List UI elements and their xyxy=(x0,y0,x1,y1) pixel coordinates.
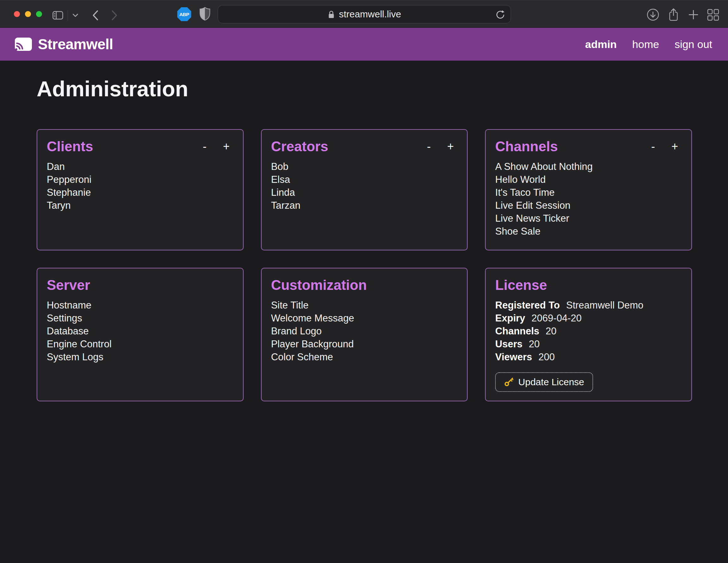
list-item[interactable]: A Show About Nothing xyxy=(495,160,682,173)
key-icon xyxy=(504,377,514,387)
clients-card-title: Clients xyxy=(47,139,202,154)
list-item[interactable]: Stephanie xyxy=(47,186,234,199)
list-item[interactable]: Pepperoni xyxy=(47,173,234,186)
app-header: Streamwell admin home sign out xyxy=(0,28,728,61)
clients-add-button[interactable]: + xyxy=(222,140,231,154)
channels-add-button[interactable]: + xyxy=(670,140,679,154)
update-license-button[interactable]: Update License xyxy=(495,372,593,392)
list-item[interactable]: Shoe Sale xyxy=(495,225,682,238)
license-field-value: 200 xyxy=(538,351,555,362)
new-tab-icon[interactable] xyxy=(688,9,699,21)
list-item[interactable]: Live News Ticker xyxy=(495,212,682,225)
list-item[interactable]: Database xyxy=(47,324,234,337)
window-controls xyxy=(14,11,42,17)
list-item[interactable]: Taryn xyxy=(47,199,234,212)
nav-link-home[interactable]: home xyxy=(632,38,659,51)
list-item[interactable]: It's Taco Time xyxy=(495,186,682,199)
minimize-window-button[interactable] xyxy=(25,11,31,17)
license-users-row: Users20 xyxy=(495,337,682,350)
browser-toolbar: ABP streamwell.live xyxy=(0,0,728,28)
license-field-label: Channels xyxy=(495,325,539,336)
list-item[interactable]: System Logs xyxy=(47,350,234,363)
nav-link-admin[interactable]: admin xyxy=(585,38,617,51)
license-card-title: License xyxy=(495,277,682,293)
page-title: Administration xyxy=(37,61,728,101)
url-text: streamwell.live xyxy=(339,9,401,20)
address-bar[interactable]: streamwell.live xyxy=(218,5,511,23)
share-icon[interactable] xyxy=(667,8,680,22)
lock-icon[interactable] xyxy=(328,10,335,19)
list-item[interactable]: Dan xyxy=(47,160,234,173)
cast-icon xyxy=(15,37,32,51)
license-channels-row: Channels20 xyxy=(495,324,682,337)
sidebar-chevron-down-icon[interactable] xyxy=(72,13,78,17)
nav-link-sign-out[interactable]: sign out xyxy=(675,38,712,51)
main-content: Administration Clients - + Dan Pepperoni… xyxy=(0,61,728,563)
license-field-label: Registered To xyxy=(495,300,560,311)
forward-button-icon[interactable] xyxy=(111,10,118,21)
license-field-value: 20 xyxy=(546,325,556,336)
list-item[interactable]: Hostname xyxy=(47,299,234,312)
list-item[interactable]: Engine Control xyxy=(47,337,234,350)
zoom-window-button[interactable] xyxy=(36,11,42,17)
channels-card: Channels - + A Show About Nothing Hello … xyxy=(485,129,692,251)
list-item[interactable]: Hello World xyxy=(495,173,682,186)
close-window-button[interactable] xyxy=(14,11,20,17)
channels-card-title: Channels xyxy=(495,139,650,154)
sidebar-toggle-icon[interactable] xyxy=(52,11,63,20)
svg-text:ABP: ABP xyxy=(179,12,189,17)
tab-overview-icon[interactable] xyxy=(707,9,719,21)
list-item[interactable]: Welcome Message xyxy=(271,312,458,324)
back-button-icon[interactable] xyxy=(92,10,99,21)
list-item[interactable]: Site Title xyxy=(271,299,458,312)
license-expiry-row: Expiry2069-04-20 xyxy=(495,312,682,324)
license-field-label: Viewers xyxy=(495,351,532,362)
adblock-abp-icon[interactable]: ABP xyxy=(177,7,191,21)
list-item[interactable]: Settings xyxy=(47,312,234,324)
customization-card-title: Customization xyxy=(271,277,458,293)
clients-card: Clients - + Dan Pepperoni Stephanie Tary… xyxy=(37,129,244,251)
license-registered-to-row: Registered ToStreamwell Demo xyxy=(495,299,682,312)
clients-remove-button[interactable]: - xyxy=(202,140,208,154)
license-field-value: 2069-04-20 xyxy=(531,312,582,324)
list-item[interactable]: Brand Logo xyxy=(271,324,458,337)
downloads-icon[interactable] xyxy=(646,8,659,21)
license-field-label: Users xyxy=(495,338,522,349)
creators-remove-button[interactable]: - xyxy=(426,140,432,154)
license-field-value: 20 xyxy=(529,338,540,349)
customization-card: Customization Site Title Welcome Message… xyxy=(261,268,468,401)
brand-logo[interactable]: Streamwell xyxy=(15,36,113,53)
license-field-value: Streamwell Demo xyxy=(566,300,644,311)
list-item[interactable]: Player Background xyxy=(271,337,458,350)
license-card: License Registered ToStreamwell Demo Exp… xyxy=(485,268,692,401)
reload-icon[interactable] xyxy=(495,9,506,20)
toolbar-divider xyxy=(68,10,68,21)
creators-card: Creators - + Bob Elsa Linda Tarzan xyxy=(261,129,468,251)
license-viewers-row: Viewers200 xyxy=(495,350,682,363)
list-item[interactable]: Live Edit Session xyxy=(495,199,682,212)
server-card-title: Server xyxy=(47,277,234,293)
brand-name: Streamwell xyxy=(38,36,113,53)
creators-add-button[interactable]: + xyxy=(446,140,455,154)
app-nav: admin home sign out xyxy=(585,38,712,51)
update-license-label: Update License xyxy=(518,377,584,387)
list-item[interactable]: Elsa xyxy=(271,173,458,186)
server-card: Server Hostname Settings Database Engine… xyxy=(37,268,244,401)
channels-remove-button[interactable]: - xyxy=(650,140,656,154)
creators-card-title: Creators xyxy=(271,139,426,154)
list-item[interactable]: Color Scheme xyxy=(271,350,458,363)
card-grid: Clients - + Dan Pepperoni Stephanie Tary… xyxy=(37,129,692,401)
list-item[interactable]: Linda xyxy=(271,186,458,199)
privacy-shield-icon[interactable] xyxy=(199,7,211,21)
license-field-label: Expiry xyxy=(495,312,525,324)
list-item[interactable]: Tarzan xyxy=(271,199,458,212)
list-item[interactable]: Bob xyxy=(271,160,458,173)
